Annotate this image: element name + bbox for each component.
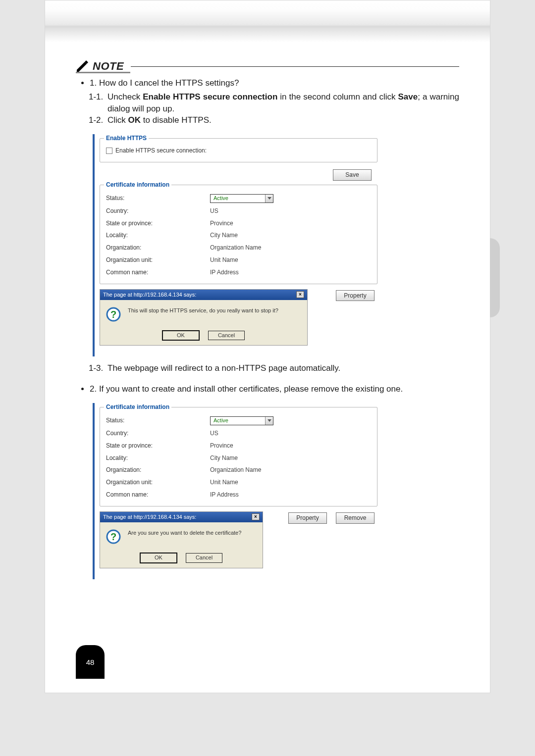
dialog-ok-button[interactable]: OK	[140, 553, 177, 562]
orgu-label: Organization unit:	[106, 478, 210, 487]
locality-value: City Name	[210, 231, 238, 240]
enable-https-checkbox[interactable]	[106, 148, 112, 154]
locality-value: City Name	[210, 454, 238, 462]
dialog-cancel-button[interactable]: Cancel	[208, 331, 245, 340]
t: Click	[107, 115, 128, 125]
status-select-value: Active	[211, 195, 265, 202]
t-bold: OK	[128, 115, 141, 125]
t: Uncheck	[107, 92, 143, 101]
dialog-message: Are you sure you want to delete the cert…	[128, 529, 241, 537]
chevron-down-icon	[265, 417, 273, 425]
bullet-2: 2. If you want to create and install oth…	[90, 383, 459, 395]
cn-label: Common name:	[106, 268, 210, 277]
orgu-label: Organization unit:	[106, 256, 210, 264]
confirm-stop-dialog: The page at http://192.168.4.134 says: ×…	[100, 289, 308, 346]
cn-value: IP Address	[210, 491, 239, 499]
cert-info-fieldset-2: Certificate information Status: Active C…	[100, 407, 377, 506]
t-bold: Enable HTTPS secure connection	[143, 92, 277, 101]
svg-text:?: ?	[110, 309, 116, 320]
org-value: Organization Name	[210, 466, 261, 474]
locality-label: Locality:	[106, 454, 210, 462]
screenshot-1: Enable HTTPS Enable HTTPS secure connect…	[93, 134, 382, 356]
save-button[interactable]: Save	[333, 169, 372, 181]
state-value: Province	[210, 442, 233, 450]
svg-marker-0	[77, 62, 87, 72]
step-1-2: 1-2. Click OK to disable HTTPS.	[89, 114, 459, 126]
state-label: State or province:	[106, 442, 210, 450]
chevron-down-icon	[265, 195, 273, 202]
enable-https-fieldset: Enable HTTPS Enable HTTPS secure connect…	[100, 138, 377, 162]
orgu-value: Unit Name	[210, 256, 238, 264]
cert-info-legend: Certificate information	[104, 181, 171, 189]
country-value: US	[210, 429, 218, 438]
cert-info-fieldset: Certificate information Status: Active C…	[100, 185, 377, 284]
t: in the second column and click	[277, 92, 398, 101]
svg-text:?: ?	[110, 531, 116, 542]
page-number: 48	[76, 645, 105, 679]
status-label: Status:	[106, 416, 210, 425]
dialog-ok-button[interactable]: OK	[162, 331, 199, 340]
property-button[interactable]: Property	[288, 512, 327, 524]
cn-value: IP Address	[210, 268, 239, 277]
step-1-1: 1-1. Uncheck Enable HTTPS secure connect…	[89, 91, 459, 115]
side-tab-decor	[490, 238, 500, 317]
dialog-cancel-button[interactable]: Cancel	[186, 553, 222, 562]
manual-page: NOTE 1. How do I cancel the HTTPS settin…	[45, 0, 490, 693]
remove-button[interactable]: Remove	[336, 512, 374, 524]
svg-marker-2	[268, 197, 271, 200]
status-label: Status:	[106, 194, 210, 203]
pencil-icon	[76, 60, 89, 73]
property-button[interactable]: Property	[336, 290, 374, 302]
confirm-delete-dialog: The page at http://192.168.4.134 says: ×…	[100, 511, 263, 568]
country-label: Country:	[106, 207, 210, 215]
step-1-3: 1-3. The webpage will redirect to a non-…	[89, 362, 459, 374]
locality-label: Locality:	[106, 231, 210, 240]
org-label: Organization:	[106, 244, 210, 252]
screenshot-2: Certificate information Status: Active C…	[93, 403, 382, 579]
org-label: Organization:	[106, 466, 210, 474]
state-label: State or province:	[106, 219, 210, 228]
body-text: 1. How do I cancel the HTTPS settings? 1…	[76, 77, 459, 579]
dialog-title: The page at http://192.168.4.134 says:	[103, 513, 196, 521]
country-value: US	[210, 207, 218, 215]
bullet-1: 1. How do I cancel the HTTPS settings?	[90, 77, 459, 89]
orgu-value: Unit Name	[210, 478, 238, 487]
org-value: Organization Name	[210, 244, 261, 252]
dialog-title: The page at http://192.168.4.134 says:	[103, 291, 196, 299]
note-heading: NOTE	[76, 60, 459, 73]
t-bold: Save	[398, 92, 418, 101]
t: to disable HTTPS.	[141, 115, 212, 125]
state-value: Province	[210, 219, 233, 228]
dialog-message: This will stop the HTTPS service, do you…	[128, 307, 278, 314]
page-header-band	[45, 0, 490, 28]
svg-marker-5	[268, 419, 271, 422]
question-icon: ?	[106, 307, 121, 322]
status-select-value: Active	[211, 417, 265, 424]
status-select[interactable]: Active	[210, 194, 273, 203]
status-select[interactable]: Active	[210, 416, 273, 425]
country-label: Country:	[106, 429, 210, 438]
close-icon[interactable]: ×	[296, 291, 304, 298]
cert-info-legend-2: Certificate information	[104, 403, 171, 411]
enable-https-checkbox-label: Enable HTTPS secure connection:	[115, 147, 207, 155]
question-icon: ?	[106, 529, 121, 544]
note-label: NOTE	[93, 60, 124, 73]
cn-label: Common name:	[106, 491, 210, 499]
enable-https-legend: Enable HTTPS	[104, 134, 149, 143]
note-rule	[131, 66, 459, 67]
close-icon[interactable]: ×	[252, 513, 260, 520]
